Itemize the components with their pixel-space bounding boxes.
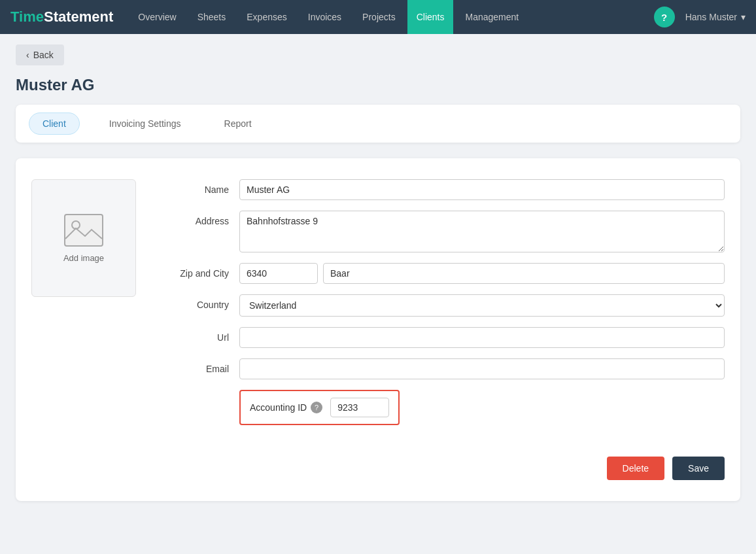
zip-city-group bbox=[239, 263, 725, 284]
save-button[interactable]: Save bbox=[672, 457, 725, 480]
nav-clients[interactable]: Clients bbox=[407, 0, 454, 34]
nav-expenses[interactable]: Expenses bbox=[237, 0, 296, 34]
country-row: Country Switzerland Germany Austria Fran… bbox=[157, 294, 725, 317]
user-menu[interactable]: Hans Muster ▾ bbox=[685, 12, 746, 22]
address-row: Address bbox=[157, 211, 725, 252]
form-card: Add image Name Address Zip and City bbox=[16, 158, 740, 501]
form-footer: Delete Save bbox=[31, 446, 725, 480]
zip-city-label: Zip and City bbox=[157, 263, 229, 279]
address-label: Address bbox=[157, 211, 229, 226]
navbar: TimeStatement Overview Sheets Expenses I… bbox=[0, 0, 756, 34]
brand-statement: Statement bbox=[44, 9, 113, 25]
nav-invoices[interactable]: Invoices bbox=[299, 0, 351, 34]
user-name: Hans Muster bbox=[685, 12, 737, 22]
country-select[interactable]: Switzerland Germany Austria France Italy… bbox=[239, 294, 725, 317]
name-row: Name bbox=[157, 179, 725, 200]
back-label: Back bbox=[33, 50, 54, 60]
image-upload-label: Add image bbox=[63, 253, 104, 263]
url-input[interactable] bbox=[239, 327, 725, 348]
city-input[interactable] bbox=[323, 263, 725, 284]
email-input[interactable] bbox=[239, 358, 725, 379]
nav-projects[interactable]: Projects bbox=[353, 0, 405, 34]
accounting-id-input[interactable] bbox=[330, 398, 389, 417]
chevron-down-icon: ▾ bbox=[741, 12, 746, 22]
page-content: ‹ Back Muster AG Client Invoicing Settin… bbox=[0, 34, 756, 511]
form-layout: Add image Name Address Zip and City bbox=[31, 179, 725, 425]
delete-button[interactable]: Delete bbox=[607, 457, 664, 480]
image-upload-area[interactable]: Add image bbox=[31, 179, 136, 297]
chevron-left-icon: ‹ bbox=[26, 50, 29, 60]
nav-management[interactable]: Management bbox=[456, 0, 528, 34]
nav-sheets[interactable]: Sheets bbox=[188, 0, 235, 34]
country-label: Country bbox=[157, 294, 229, 310]
url-row: Url bbox=[157, 327, 725, 348]
tab-client[interactable]: Client bbox=[29, 113, 80, 135]
accounting-id-label: Accounting ID bbox=[250, 402, 307, 413]
accounting-id-outer-label bbox=[157, 390, 229, 395]
email-label: Email bbox=[157, 358, 229, 374]
nav-overview[interactable]: Overview bbox=[129, 0, 185, 34]
name-label: Name bbox=[157, 179, 229, 195]
accounting-id-help-icon[interactable]: ? bbox=[311, 402, 322, 413]
page-title: Muster AG bbox=[16, 76, 740, 94]
zip-city-row: Zip and City bbox=[157, 263, 725, 284]
url-label: Url bbox=[157, 327, 229, 343]
svg-rect-0 bbox=[65, 215, 103, 246]
address-input[interactable] bbox=[239, 211, 725, 252]
help-button[interactable]: ? bbox=[654, 7, 675, 27]
accounting-id-row: Accounting ID ? bbox=[157, 390, 725, 425]
email-row: Email bbox=[157, 358, 725, 379]
brand-time: Time bbox=[10, 9, 44, 25]
accounting-id-highlight: Accounting ID ? bbox=[239, 390, 400, 425]
brand: TimeStatement bbox=[10, 9, 113, 26]
tab-report[interactable]: Report bbox=[211, 113, 266, 135]
form-fields: Name Address Zip and City bbox=[157, 179, 725, 425]
tabs-card: Client Invoicing Settings Report bbox=[16, 105, 740, 143]
zip-input[interactable] bbox=[239, 263, 318, 284]
image-placeholder-icon bbox=[64, 214, 103, 247]
tab-invoicing-settings[interactable]: Invoicing Settings bbox=[95, 113, 195, 135]
name-input[interactable] bbox=[239, 179, 725, 200]
back-button[interactable]: ‹ Back bbox=[16, 44, 64, 65]
accounting-id-label-group: Accounting ID ? bbox=[250, 402, 322, 413]
